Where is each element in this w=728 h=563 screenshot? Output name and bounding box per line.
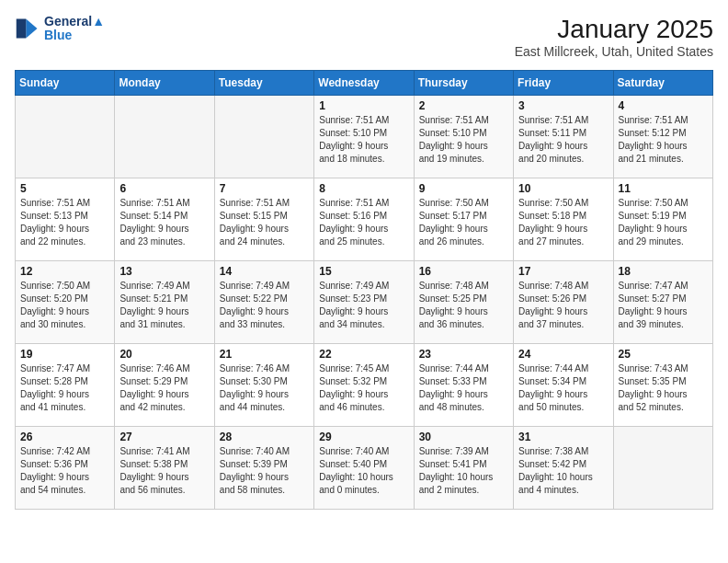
- day-info: Sunrise: 7:47 AM Sunset: 5:28 PM Dayligh…: [20, 362, 109, 414]
- calendar-cell: 30Sunrise: 7:39 AM Sunset: 5:41 PM Dayli…: [414, 427, 513, 510]
- day-info: Sunrise: 7:51 AM Sunset: 5:10 PM Dayligh…: [419, 114, 508, 166]
- day-number: 28: [220, 431, 309, 443]
- calendar-cell: 3Sunrise: 7:51 AM Sunset: 5:11 PM Daylig…: [514, 96, 613, 178]
- calendar-cell: 7Sunrise: 7:51 AM Sunset: 5:15 PM Daylig…: [214, 178, 313, 261]
- title-block: January 2025 East Millcreek, Utah, Unite…: [515, 15, 713, 59]
- day-info: Sunrise: 7:40 AM Sunset: 5:40 PM Dayligh…: [319, 445, 408, 497]
- calendar-cell: [16, 96, 115, 178]
- calendar-cell: 19Sunrise: 7:47 AM Sunset: 5:28 PM Dayli…: [16, 344, 115, 427]
- day-number: 21: [220, 348, 309, 361]
- calendar-title: January 2025: [515, 15, 713, 44]
- day-number: 4: [619, 99, 708, 112]
- day-info: Sunrise: 7:44 AM Sunset: 5:33 PM Dayligh…: [419, 362, 508, 414]
- calendar-cell: 14Sunrise: 7:49 AM Sunset: 5:22 PM Dayli…: [214, 261, 313, 344]
- day-number: 2: [419, 99, 508, 112]
- calendar-cell: 6Sunrise: 7:51 AM Sunset: 5:14 PM Daylig…: [115, 178, 214, 261]
- day-info: Sunrise: 7:48 AM Sunset: 5:26 PM Dayligh…: [518, 280, 608, 331]
- day-info: Sunrise: 7:39 AM Sunset: 5:41 PM Dayligh…: [419, 445, 508, 497]
- day-info: Sunrise: 7:51 AM Sunset: 5:14 PM Dayligh…: [119, 197, 209, 248]
- calendar-cell: 11Sunrise: 7:50 AM Sunset: 5:19 PM Dayli…: [613, 178, 712, 261]
- calendar-cell: 13Sunrise: 7:49 AM Sunset: 5:21 PM Dayli…: [115, 261, 214, 344]
- day-info: Sunrise: 7:49 AM Sunset: 5:23 PM Dayligh…: [319, 280, 408, 331]
- day-info: Sunrise: 7:45 AM Sunset: 5:32 PM Dayligh…: [319, 362, 408, 414]
- day-info: Sunrise: 7:47 AM Sunset: 5:27 PM Dayligh…: [619, 280, 708, 331]
- day-number: 3: [518, 99, 608, 112]
- week-row-2: 5Sunrise: 7:51 AM Sunset: 5:13 PM Daylig…: [16, 178, 713, 261]
- day-info: Sunrise: 7:44 AM Sunset: 5:34 PM Dayligh…: [518, 362, 608, 414]
- day-info: Sunrise: 7:51 AM Sunset: 5:16 PM Dayligh…: [319, 197, 408, 248]
- day-info: Sunrise: 7:51 AM Sunset: 5:10 PM Dayligh…: [319, 114, 408, 166]
- calendar-cell: [214, 96, 313, 178]
- day-number: 10: [518, 182, 608, 195]
- day-info: Sunrise: 7:46 AM Sunset: 5:29 PM Dayligh…: [119, 362, 209, 414]
- day-info: Sunrise: 7:48 AM Sunset: 5:25 PM Dayligh…: [419, 280, 508, 331]
- day-info: Sunrise: 7:49 AM Sunset: 5:22 PM Dayligh…: [220, 280, 309, 331]
- calendar-cell: 21Sunrise: 7:46 AM Sunset: 5:30 PM Dayli…: [214, 344, 313, 427]
- day-info: Sunrise: 7:50 AM Sunset: 5:20 PM Dayligh…: [20, 280, 109, 331]
- day-info: Sunrise: 7:41 AM Sunset: 5:38 PM Dayligh…: [119, 445, 209, 497]
- svg-marker-1: [26, 19, 37, 39]
- day-info: Sunrise: 7:38 AM Sunset: 5:42 PM Dayligh…: [518, 445, 608, 497]
- day-number: 29: [319, 431, 408, 443]
- day-number: 24: [518, 348, 608, 361]
- weekday-header-monday: Monday: [115, 71, 214, 96]
- weekday-header-tuesday: Tuesday: [214, 71, 313, 96]
- weekday-header-thursday: Thursday: [414, 71, 513, 96]
- day-number: 26: [20, 431, 109, 443]
- day-number: 1: [319, 99, 408, 112]
- day-number: 9: [419, 182, 508, 195]
- weekday-row: SundayMondayTuesdayWednesdayThursdayFrid…: [16, 71, 713, 96]
- calendar-cell: 24Sunrise: 7:44 AM Sunset: 5:34 PM Dayli…: [514, 344, 613, 427]
- day-info: Sunrise: 7:42 AM Sunset: 5:36 PM Dayligh…: [20, 445, 109, 497]
- calendar-cell: [613, 427, 712, 510]
- calendar-cell: 27Sunrise: 7:41 AM Sunset: 5:38 PM Dayli…: [115, 427, 214, 510]
- day-number: 15: [319, 265, 408, 278]
- calendar-cell: 26Sunrise: 7:42 AM Sunset: 5:36 PM Dayli…: [16, 427, 115, 510]
- day-info: Sunrise: 7:50 AM Sunset: 5:18 PM Dayligh…: [518, 197, 608, 248]
- day-number: 31: [518, 431, 608, 443]
- day-number: 17: [518, 265, 608, 278]
- day-info: Sunrise: 7:51 AM Sunset: 5:13 PM Dayligh…: [20, 197, 109, 248]
- logo-text: General▲ Blue: [44, 15, 105, 43]
- day-number: 6: [119, 182, 209, 195]
- calendar-cell: 18Sunrise: 7:47 AM Sunset: 5:27 PM Dayli…: [613, 261, 712, 344]
- day-number: 22: [319, 348, 408, 361]
- day-number: 5: [20, 182, 109, 195]
- calendar-cell: 17Sunrise: 7:48 AM Sunset: 5:26 PM Dayli…: [514, 261, 613, 344]
- calendar-cell: 31Sunrise: 7:38 AM Sunset: 5:42 PM Dayli…: [514, 427, 613, 510]
- week-row-4: 19Sunrise: 7:47 AM Sunset: 5:28 PM Dayli…: [16, 344, 713, 427]
- day-info: Sunrise: 7:51 AM Sunset: 5:12 PM Dayligh…: [619, 114, 708, 166]
- calendar-body: 1Sunrise: 7:51 AM Sunset: 5:10 PM Daylig…: [16, 96, 713, 510]
- calendar-cell: 4Sunrise: 7:51 AM Sunset: 5:12 PM Daylig…: [613, 96, 712, 178]
- calendar-cell: 8Sunrise: 7:51 AM Sunset: 5:16 PM Daylig…: [314, 178, 414, 261]
- day-info: Sunrise: 7:40 AM Sunset: 5:39 PM Dayligh…: [220, 445, 309, 497]
- logo: General▲ Blue: [15, 15, 105, 43]
- svg-rect-2: [17, 19, 27, 39]
- calendar-cell: 16Sunrise: 7:48 AM Sunset: 5:25 PM Dayli…: [414, 261, 513, 344]
- day-number: 23: [419, 348, 508, 361]
- calendar-subtitle: East Millcreek, Utah, United States: [515, 44, 713, 59]
- day-info: Sunrise: 7:49 AM Sunset: 5:21 PM Dayligh…: [119, 280, 209, 331]
- day-number: 7: [220, 182, 309, 195]
- day-info: Sunrise: 7:51 AM Sunset: 5:11 PM Dayligh…: [518, 114, 608, 166]
- day-info: Sunrise: 7:51 AM Sunset: 5:15 PM Dayligh…: [220, 197, 309, 248]
- weekday-header-friday: Friday: [514, 71, 613, 96]
- day-number: 13: [119, 265, 209, 278]
- calendar-cell: 28Sunrise: 7:40 AM Sunset: 5:39 PM Dayli…: [214, 427, 313, 510]
- day-info: Sunrise: 7:50 AM Sunset: 5:17 PM Dayligh…: [419, 197, 508, 248]
- week-row-1: 1Sunrise: 7:51 AM Sunset: 5:10 PM Daylig…: [16, 96, 713, 178]
- day-number: 19: [20, 348, 109, 361]
- calendar-table: SundayMondayTuesdayWednesdayThursdayFrid…: [15, 70, 713, 510]
- day-number: 27: [119, 431, 209, 443]
- calendar-cell: 29Sunrise: 7:40 AM Sunset: 5:40 PM Dayli…: [314, 427, 414, 510]
- calendar-cell: 23Sunrise: 7:44 AM Sunset: 5:33 PM Dayli…: [414, 344, 513, 427]
- weekday-header-saturday: Saturday: [613, 71, 712, 96]
- calendar-cell: 1Sunrise: 7:51 AM Sunset: 5:10 PM Daylig…: [314, 96, 414, 178]
- weekday-header-sunday: Sunday: [16, 71, 115, 96]
- calendar-cell: 25Sunrise: 7:43 AM Sunset: 5:35 PM Dayli…: [613, 344, 712, 427]
- day-number: 16: [419, 265, 508, 278]
- calendar-cell: 5Sunrise: 7:51 AM Sunset: 5:13 PM Daylig…: [16, 178, 115, 261]
- day-info: Sunrise: 7:46 AM Sunset: 5:30 PM Dayligh…: [220, 362, 309, 414]
- week-row-3: 12Sunrise: 7:50 AM Sunset: 5:20 PM Dayli…: [16, 261, 713, 344]
- day-number: 8: [319, 182, 408, 195]
